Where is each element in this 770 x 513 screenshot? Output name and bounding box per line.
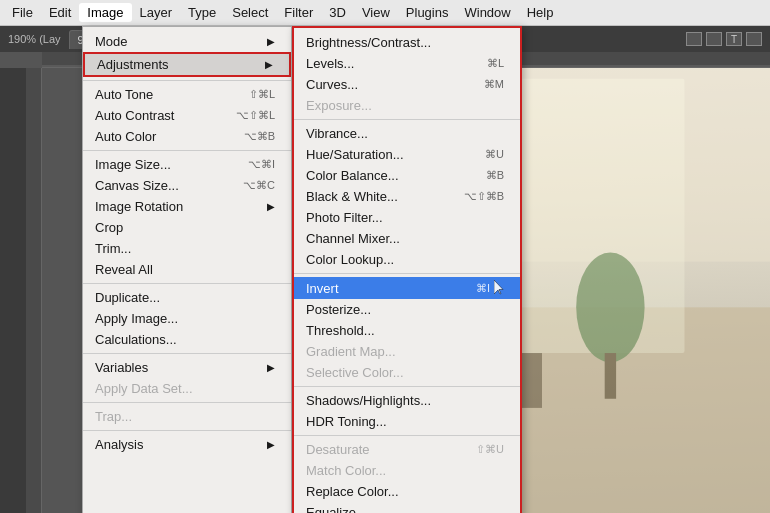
menu-item-vibrance[interactable]: Vibrance... (294, 123, 520, 144)
menu-item-trap[interactable]: Trap... (83, 406, 291, 427)
menu-item-mode[interactable]: Mode (83, 31, 291, 52)
divider-2 (83, 150, 291, 151)
vibrance-label: Vibrance... (306, 126, 504, 141)
notes-icon (746, 32, 762, 46)
photo-filter-label: Photo Filter... (306, 210, 504, 225)
left-toolbar (0, 68, 26, 513)
divider-1 (83, 80, 291, 81)
menu-item-color-lookup[interactable]: Color Lookup... (294, 249, 520, 270)
svg-rect-7 (605, 353, 616, 399)
menu-item-auto-contrast[interactable]: Auto Contrast ⌥⇧⌘L (83, 105, 291, 126)
auto-tone-shortcut: ⇧⌘L (249, 88, 275, 101)
menu-item-apply-image[interactable]: Apply Image... (83, 308, 291, 329)
menu-item-crop[interactable]: Crop (83, 217, 291, 238)
mode-label: Mode (95, 34, 259, 49)
image-size-shortcut: ⌥⌘I (248, 158, 275, 171)
exposure-label: Exposure... (306, 98, 504, 113)
threshold-label: Threshold... (306, 323, 504, 338)
canvas-size-shortcut: ⌥⌘C (243, 179, 275, 192)
svg-point-6 (576, 253, 644, 363)
apply-image-label: Apply Image... (95, 311, 275, 326)
menu-item-equalize[interactable]: Equalize (294, 502, 520, 513)
curves-shortcut: ⌘M (484, 78, 504, 91)
divider-3 (83, 283, 291, 284)
menubar-window[interactable]: Window (456, 3, 518, 22)
menu-item-invert[interactable]: Invert ⌘I (294, 277, 520, 299)
channel-mixer-label: Channel Mixer... (306, 231, 504, 246)
curves-label: Curves... (306, 77, 464, 92)
menu-item-image-rotation[interactable]: Image Rotation (83, 196, 291, 217)
menubar-layer[interactable]: Layer (132, 3, 181, 22)
svg-marker-17 (494, 280, 503, 294)
shadows-highlights-label: Shadows/Highlights... (306, 393, 504, 408)
menu-item-exposure[interactable]: Exposure... (294, 95, 520, 116)
menubar-file[interactable]: File (4, 3, 41, 22)
reveal-all-label: Reveal All (95, 262, 275, 277)
adj-divider-3 (294, 386, 520, 387)
menu-item-variables[interactable]: Variables (83, 357, 291, 378)
menu-item-analysis[interactable]: Analysis (83, 434, 291, 455)
menu-item-desaturate[interactable]: Desaturate ⇧⌘U (294, 439, 520, 460)
menu-item-replace-color[interactable]: Replace Color... (294, 481, 520, 502)
menu-item-threshold[interactable]: Threshold... (294, 320, 520, 341)
levels-shortcut: ⌘L (487, 57, 504, 70)
menubar-plugins[interactable]: Plugins (398, 3, 457, 22)
menu-item-duplicate[interactable]: Duplicate... (83, 287, 291, 308)
menu-item-canvas-size[interactable]: Canvas Size... ⌥⌘C (83, 175, 291, 196)
menu-item-posterize[interactable]: Posterize... (294, 299, 520, 320)
adj-divider-2 (294, 273, 520, 274)
menu-item-reveal-all[interactable]: Reveal All (83, 259, 291, 280)
equalize-label: Equalize (306, 505, 504, 513)
selective-color-label: Selective Color... (306, 365, 504, 380)
menu-item-hdr-toning[interactable]: HDR Toning... (294, 411, 520, 432)
menu-item-curves[interactable]: Curves... ⌘M (294, 74, 520, 95)
auto-contrast-shortcut: ⌥⇧⌘L (236, 109, 275, 122)
auto-tone-label: Auto Tone (95, 87, 229, 102)
menubar-view[interactable]: View (354, 3, 398, 22)
menubar-type[interactable]: Type (180, 3, 224, 22)
menu-item-photo-filter[interactable]: Photo Filter... (294, 207, 520, 228)
menubar-filter[interactable]: Filter (276, 3, 321, 22)
menu-item-image-size[interactable]: Image Size... ⌥⌘I (83, 154, 291, 175)
menu-item-calculations[interactable]: Calculations... (83, 329, 291, 350)
menubar-select[interactable]: Select (224, 3, 276, 22)
menu-item-auto-color[interactable]: Auto Color ⌥⌘B (83, 126, 291, 147)
menu-item-color-balance[interactable]: Color Balance... ⌘B (294, 165, 520, 186)
gradient-map-label: Gradient Map... (306, 344, 504, 359)
menubar-edit[interactable]: Edit (41, 3, 79, 22)
menu-item-brightness-contrast[interactable]: Brightness/Contrast... (294, 32, 520, 53)
brightness-contrast-label: Brightness/Contrast... (306, 35, 504, 50)
menu-item-apply-data-set[interactable]: Apply Data Set... (83, 378, 291, 399)
desaturate-label: Desaturate (306, 442, 456, 457)
menubar-image[interactable]: Image (79, 3, 131, 22)
menu-item-trim[interactable]: Trim... (83, 238, 291, 259)
type-icon: T (726, 32, 742, 46)
auto-color-shortcut: ⌥⌘B (244, 130, 275, 143)
menu-item-black-white[interactable]: Black & White... ⌥⇧⌘B (294, 186, 520, 207)
menu-item-channel-mixer[interactable]: Channel Mixer... (294, 228, 520, 249)
black-white-label: Black & White... (306, 189, 444, 204)
menu-item-match-color[interactable]: Match Color... (294, 460, 520, 481)
menubar-help[interactable]: Help (519, 3, 562, 22)
hue-saturation-shortcut: ⌘U (485, 148, 504, 161)
divider-6 (83, 430, 291, 431)
menu-item-hue-saturation[interactable]: Hue/Saturation... ⌘U (294, 144, 520, 165)
color-balance-shortcut: ⌘B (486, 169, 504, 182)
image-size-label: Image Size... (95, 157, 228, 172)
ruler-vertical (26, 68, 42, 513)
invert-shortcut: ⌘I (476, 282, 490, 295)
menu-item-gradient-map[interactable]: Gradient Map... (294, 341, 520, 362)
zoom-info: 190% (Lay (8, 33, 61, 45)
crop-label: Crop (95, 220, 275, 235)
menu-item-levels[interactable]: Levels... ⌘L (294, 53, 520, 74)
canvas-icon (706, 32, 722, 46)
menu-item-selective-color[interactable]: Selective Color... (294, 362, 520, 383)
menu-item-shadows-highlights[interactable]: Shadows/Highlights... (294, 390, 520, 411)
menubar-3d[interactable]: 3D (321, 3, 354, 22)
duplicate-label: Duplicate... (95, 290, 275, 305)
hdr-toning-label: HDR Toning... (306, 414, 504, 429)
adjustments-submenu-panel: Brightness/Contrast... Levels... ⌘L Curv… (292, 26, 522, 513)
variables-label: Variables (95, 360, 259, 375)
menu-item-auto-tone[interactable]: Auto Tone ⇧⌘L (83, 84, 291, 105)
menu-item-adjustments[interactable]: Adjustments (83, 52, 291, 77)
